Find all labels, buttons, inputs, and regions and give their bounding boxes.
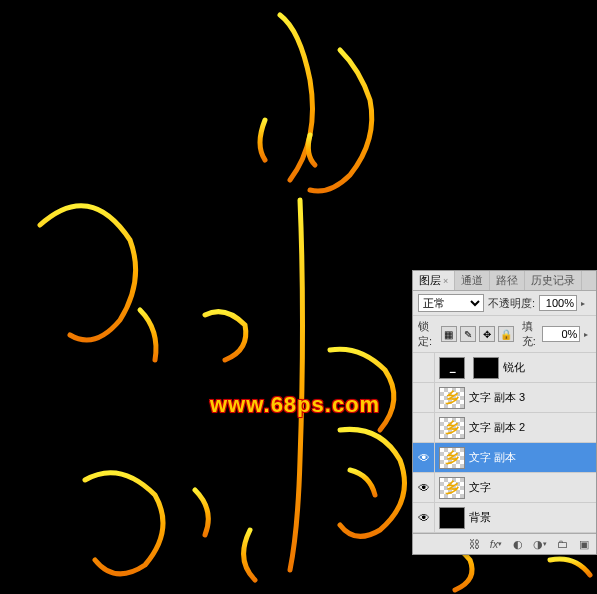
layers-panel: 图层× 通道 路径 历史记录 正常 不透明度: ▸ 锁定: ▦ ✎ ✥ 🔒 填充… (412, 270, 597, 555)
lock-label: 锁定: (418, 319, 435, 349)
opacity-input[interactable] (539, 295, 577, 311)
layer-thumbnail[interactable]: 乡 (439, 447, 465, 469)
visibility-toggle[interactable] (413, 413, 435, 443)
layer-name[interactable]: 文字 (469, 480, 596, 495)
layer-thumbnail[interactable]: ⎯ (439, 357, 465, 379)
tab-paths[interactable]: 路径 (490, 271, 525, 290)
layer-mask-thumbnail[interactable] (473, 357, 499, 379)
panel-tabs: 图层× 通道 路径 历史记录 (413, 271, 596, 291)
lock-transparency-icon[interactable]: ▦ (441, 326, 457, 342)
lock-fill-row: 锁定: ▦ ✎ ✥ 🔒 填充: ▸ (413, 316, 596, 353)
layer-name[interactable]: 文字 副本 (469, 450, 596, 465)
adjustment-layer-icon[interactable]: ◑▾ (532, 537, 548, 551)
fill-label: 填充: (522, 319, 539, 349)
layer-row[interactable]: 👁 乡 文字 副本 (413, 443, 596, 473)
visibility-toggle[interactable] (413, 353, 435, 383)
layer-thumbnail[interactable]: 乡 (439, 387, 465, 409)
tab-channels[interactable]: 通道 (455, 271, 490, 290)
blend-opacity-row: 正常 不透明度: ▸ (413, 291, 596, 316)
tab-history[interactable]: 历史记录 (525, 271, 582, 290)
visibility-toggle[interactable]: 👁 (413, 503, 435, 533)
layer-name[interactable]: 背景 (469, 510, 596, 525)
new-group-icon[interactable]: 🗀 (554, 537, 570, 551)
new-layer-icon[interactable]: ▣ (576, 537, 592, 551)
layer-row[interactable]: ⎯ 锐化 (413, 353, 596, 383)
visibility-toggle[interactable]: 👁 (413, 443, 435, 473)
layer-mask-icon[interactable]: ◐ (510, 537, 526, 551)
layer-row[interactable]: 👁 乡 文字 (413, 473, 596, 503)
layer-thumbnail[interactable]: 乡 (439, 417, 465, 439)
link-layers-icon[interactable]: ⛓ (466, 537, 482, 551)
watermark-text: www.68ps.com (210, 392, 380, 418)
layer-row[interactable]: 👁 背景 (413, 503, 596, 533)
layer-name[interactable]: 锐化 (503, 360, 596, 375)
fill-arrow-icon[interactable]: ▸ (584, 330, 591, 339)
layer-name[interactable]: 文字 副本 2 (469, 420, 596, 435)
tab-layers[interactable]: 图层× (413, 271, 455, 290)
layer-fx-icon[interactable]: fx▾ (488, 537, 504, 551)
lock-position-icon[interactable]: ✥ (479, 326, 495, 342)
visibility-toggle[interactable]: 👁 (413, 473, 435, 503)
layer-row[interactable]: 乡 文字 副本 2 (413, 413, 596, 443)
layer-thumbnail[interactable] (439, 507, 465, 529)
lock-all-icon[interactable]: 🔒 (498, 326, 514, 342)
eye-icon: 👁 (418, 451, 430, 465)
opacity-arrow-icon[interactable]: ▸ (581, 299, 591, 308)
panel-bottom-toolbar: ⛓ fx▾ ◐ ◑▾ 🗀 ▣ (413, 533, 596, 554)
layer-row[interactable]: 乡 文字 副本 3 (413, 383, 596, 413)
lock-paint-icon[interactable]: ✎ (460, 326, 476, 342)
layer-thumbnail[interactable]: 乡 (439, 477, 465, 499)
eye-icon: 👁 (418, 481, 430, 495)
fill-input[interactable] (542, 326, 580, 342)
eye-icon: 👁 (418, 511, 430, 525)
blend-mode-select[interactable]: 正常 (418, 294, 484, 312)
visibility-toggle[interactable] (413, 383, 435, 413)
opacity-label: 不透明度: (488, 296, 535, 311)
layer-name[interactable]: 文字 副本 3 (469, 390, 596, 405)
layer-list: ⎯ 锐化 乡 文字 副本 3 乡 文字 副本 2 👁 乡 文字 副本 👁 乡 文… (413, 353, 596, 533)
lock-icons-group: ▦ ✎ ✥ 🔒 (441, 326, 514, 342)
